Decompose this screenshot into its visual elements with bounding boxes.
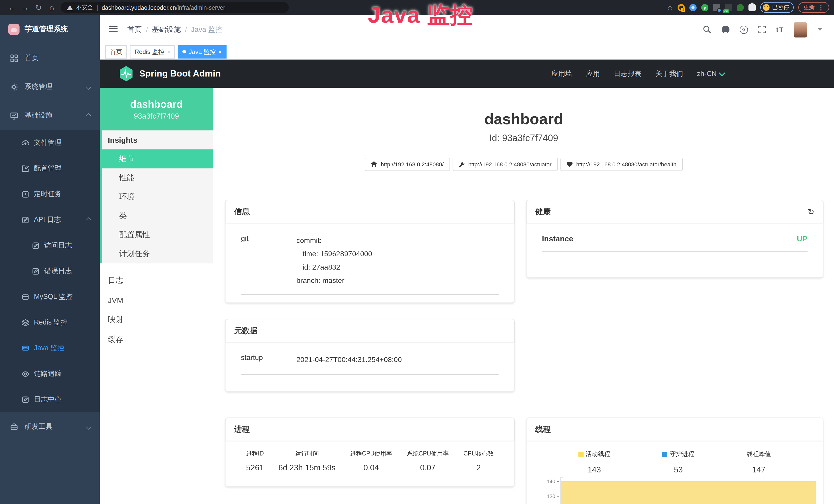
sidebar-item-error-log[interactable]: 错误日志 <box>0 258 100 284</box>
sidebar-item-dev-tools[interactable]: 研发工具 <box>0 412 100 441</box>
info-key: git <box>241 234 297 287</box>
sidebar-item-label: 错误日志 <box>44 267 72 276</box>
sidebar-item-scheduled-jobs[interactable]: 定时任务 <box>0 181 100 207</box>
cloud-upload-icon <box>22 139 29 146</box>
breadcrumb-home[interactable]: 首页 <box>127 25 142 34</box>
sba-nav-journal[interactable]: 日志报表 <box>614 69 641 78</box>
threads-area-chart: 140 120 100 <box>540 477 816 504</box>
log-edit-icon <box>22 396 29 403</box>
instance-header[interactable]: dashboard 93a3fc7f7409 <box>100 88 213 131</box>
sidebar-item-redis-monitor[interactable]: Redis 监控 <box>0 310 100 335</box>
extension-leaf-icon[interactable] <box>737 4 744 11</box>
git-commit-line: commit: <box>297 234 372 248</box>
endpoint-home-button[interactable]: http://192.168.0.2:48080/ <box>365 158 450 171</box>
extension-on-badge: on <box>723 9 729 13</box>
sidebar-item-label: 访问日志 <box>44 241 72 250</box>
app-logo-row[interactable]: 芋道管理系统 <box>0 15 100 44</box>
user-avatar[interactable] <box>794 22 807 37</box>
address-divider <box>97 4 97 10</box>
help-icon[interactable]: ? <box>740 25 748 33</box>
endpoint-actuator-button[interactable]: http://192.168.0.2:48080/actuator <box>452 158 557 171</box>
sidebar-item-log-center[interactable]: 日志中心 <box>0 387 100 412</box>
extension-grid-icon[interactable] <box>713 4 720 11</box>
not-secure-warning-icon <box>67 5 73 10</box>
sba-menu-classes[interactable]: 类 <box>102 206 213 225</box>
sba-nav-about[interactable]: 关于我们 <box>655 69 683 78</box>
sba-nav-wallboard[interactable]: 应用墙 <box>551 69 572 78</box>
gear-icon <box>10 83 18 91</box>
git-branch-line: branch: master <box>297 274 372 287</box>
breadcrumb-infrastructure[interactable]: 基础设施 <box>152 25 181 34</box>
sidebar-item-api-log[interactable]: API 日志 <box>0 207 100 233</box>
git-time-line: time: 1596289704000 <box>297 248 372 261</box>
sidebar-item-label: 系统管理 <box>25 82 52 91</box>
font-size-icon[interactable]: tT <box>776 25 784 33</box>
app-sidebar: 芋道管理系统 首页 系统管理 基础设施 文件管理 配置管理 <box>0 15 100 504</box>
sidebar-item-tracing[interactable]: 链路追踪 <box>0 361 100 387</box>
tab-close-icon[interactable]: × <box>218 45 222 58</box>
instance-label: Instance <box>542 234 573 243</box>
browser-forward-icon[interactable]: → <box>19 0 32 15</box>
bookmark-star-icon[interactable]: ☆ <box>667 4 673 11</box>
sidebar-item-file-management[interactable]: 文件管理 <box>0 130 100 156</box>
sidebar-item-system[interactable]: 系统管理 <box>0 72 100 101</box>
endpoint-url: http://192.168.0.2:48080/actuator/health <box>576 161 676 167</box>
tab-home[interactable]: 首页 <box>105 45 127 58</box>
sba-menu-logs[interactable]: 日志 <box>100 271 213 291</box>
sba-nav-applications[interactable]: 应用 <box>586 69 600 78</box>
sba-menu-details[interactable]: 细节 <box>102 150 213 168</box>
sidebar-item-home[interactable]: 首页 <box>0 44 100 72</box>
avatar-caret-icon[interactable] <box>818 28 822 31</box>
fullscreen-icon[interactable] <box>758 25 766 34</box>
kebab-menu-icon[interactable]: ⋮ <box>818 4 824 11</box>
sba-menu-config-props[interactable]: 配置属性 <box>102 225 213 245</box>
extension-pin-icon[interactable] <box>689 4 697 11</box>
not-secure-label[interactable]: 不安全 <box>76 4 93 11</box>
wrench-icon <box>459 161 465 167</box>
sba-menu-environment[interactable]: 环境 <box>102 187 213 206</box>
sba-menu-jvm[interactable]: JVM <box>100 291 213 310</box>
history-icon[interactable]: ↺ <box>807 207 814 217</box>
extensions-puzzle-icon[interactable] <box>748 4 756 11</box>
active-tab-dot <box>183 50 186 53</box>
extension-y-icon[interactable]: y <box>701 4 708 11</box>
browser-reload-icon[interactable]: ↻ <box>32 0 45 15</box>
breadcrumb-separator: / <box>146 25 148 33</box>
url-host: dashboard.yudao.iocoder.cn <box>102 4 176 10</box>
tab-java-monitor[interactable]: Java 监控 × <box>178 45 226 58</box>
sba-menu-caches[interactable]: 缓存 <box>100 330 213 350</box>
sidebar-collapse-icon[interactable] <box>109 26 118 33</box>
sidebar-item-label: 基础设施 <box>25 111 52 120</box>
github-icon[interactable] <box>721 25 730 34</box>
spring-boot-admin-logo-icon[interactable] <box>119 66 133 82</box>
browser-home-icon[interactable]: ⌂ <box>45 0 59 15</box>
sidebar-item-infrastructure[interactable]: 基础设施 <box>0 101 100 130</box>
sidebar-item-config-management[interactable]: 配置管理 <box>0 156 100 181</box>
monitor-icon <box>10 112 18 119</box>
tab-close-icon[interactable]: × <box>167 45 170 58</box>
chrome-update-button[interactable]: 更新 ⋮ <box>798 2 829 13</box>
live-threads-legend: 活动线程 143 <box>578 450 610 475</box>
profile-paused-chip[interactable]: 已暂停 <box>760 2 794 13</box>
extension-colorpicker-icon[interactable]: 1 <box>678 4 685 11</box>
extension-switch-icon[interactable]: on <box>725 4 732 11</box>
sba-menu-metrics[interactable]: 性能 <box>102 168 213 187</box>
endpoint-health-button[interactable]: http://192.168.0.2:48080/actuator/health <box>560 158 682 171</box>
breadcrumb-current: Java 监控 <box>191 25 223 34</box>
browser-back-icon[interactable]: ← <box>5 0 19 15</box>
health-instance-row[interactable]: Instance UP <box>535 234 815 243</box>
sba-menu-scheduled-tasks[interactable]: 计划任务 <box>102 245 213 264</box>
address-bar[interactable]: 不安全 dashboard.yudao.iocoder.cn /infra/ad… <box>61 2 289 13</box>
sidebar-item-access-log[interactable]: 访问日志 <box>0 233 100 258</box>
insights-section: Insights 细节 性能 环境 类 配置属性 计划任务 <box>100 131 213 264</box>
tab-redis-monitor[interactable]: Redis 监控 × <box>130 45 175 58</box>
sba-menu-mappings[interactable]: 映射 <box>100 310 213 330</box>
system-cpu-col: 系统CPU使用率 0.07 <box>407 450 449 473</box>
search-icon[interactable] <box>703 25 711 34</box>
sba-brand-title[interactable]: Spring Boot Admin <box>139 68 221 79</box>
sidebar-item-mysql-monitor[interactable]: MySQL 监控 <box>0 284 100 310</box>
sba-locale-select[interactable]: zh-CN <box>697 70 724 77</box>
home-icon <box>371 161 377 167</box>
endpoint-url: http://192.168.0.2:48080/actuator <box>468 161 551 167</box>
sidebar-item-java-monitor[interactable]: Java 监控 <box>0 335 100 361</box>
